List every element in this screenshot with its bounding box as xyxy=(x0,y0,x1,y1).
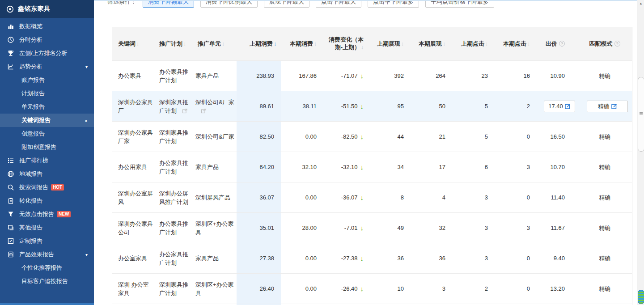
sort-icon-active[interactable]: ↓ xyxy=(274,41,276,47)
cell-cur-cost: 0.00 xyxy=(281,243,321,273)
sidebar-item-data-overview[interactable]: 数据概览 xyxy=(0,20,94,33)
scrollbar-grip-icon xyxy=(640,112,643,113)
table-row: 办公家具 办公家具推广计划 家具产品 238.93 167.86 -71.07↓… xyxy=(112,60,632,91)
scrollbar-thumb[interactable] xyxy=(638,77,644,152)
sidebar-item-label: 地域报告 xyxy=(19,170,42,178)
chevron-down-icon: ▾ xyxy=(85,64,88,69)
cell-bid: 11.40 xyxy=(534,182,577,212)
decrease-arrow-icon: ↓ xyxy=(360,163,364,171)
cell-unit: 家具产品 xyxy=(192,152,237,182)
column-header-cur-impressions[interactable]: 本期展现↓ xyxy=(408,27,450,60)
cell-cost-change: -7.01↓ xyxy=(321,213,368,243)
cell-bid: 9.40 xyxy=(534,243,577,273)
cell-cur-clicks: 3 xyxy=(492,213,534,243)
sidebar-item-unit-report[interactable]: 单元报告 xyxy=(0,100,94,114)
filter-bar: 筛选条件： 消费下降额最大 消费下降比例最大 展现下降最大 点击下降最大 点击率… xyxy=(107,0,494,8)
filter-button-impression-drop[interactable]: 展现下降最大 xyxy=(264,0,309,8)
match-mode-button[interactable]: 精确 xyxy=(587,101,628,112)
sidebar-item-label: 账户报告 xyxy=(21,76,45,84)
cell-match-mode: 精确 xyxy=(577,274,632,304)
sidebar-item-target-customer-retarget-report[interactable]: 目标客户追投报告 xyxy=(0,275,94,288)
column-header-cost-change[interactable]: 消费变化（本期-上期）↓ xyxy=(321,27,368,60)
sidebar-item-label: 搜索词报告 xyxy=(19,183,48,191)
column-header-unit[interactable]: 推广单元↓ xyxy=(192,27,237,60)
cell-plan: 深圳办公屏风推广计划 xyxy=(153,182,192,212)
cell-cur-cost: 0.00 xyxy=(281,182,321,212)
column-header-prev-impressions[interactable]: 上期展现↓ xyxy=(368,27,408,60)
sort-icon[interactable]: ↓ xyxy=(183,41,186,47)
decrease-arrow-icon: ↓ xyxy=(360,193,364,202)
sidebar-item-personalized-recommend-report[interactable]: 个性化推荐报告 xyxy=(0,261,94,275)
sidebar-item-label: 其他报告 xyxy=(19,224,42,232)
cell-cur-clicks: 2 xyxy=(492,91,534,121)
account-logo[interactable]: 鑫铭东家具 xyxy=(0,0,94,18)
sort-icon[interactable]: ↓ xyxy=(485,41,488,47)
scroll-indicator-widget[interactable] xyxy=(638,290,644,304)
decrease-arrow-icon: ↓ xyxy=(360,224,364,232)
sidebar-item-region-report[interactable]: 地域报告 xyxy=(0,167,94,181)
column-header-prev-clicks[interactable]: 上期点击↓ xyxy=(450,27,492,60)
filter-button-click-drop[interactable]: 点击下降最大 xyxy=(316,0,361,8)
sidebar-item-promotion-ranking[interactable]: 推广排行榜 xyxy=(0,154,94,167)
sidebar-item-account-report[interactable]: 账户报告 xyxy=(0,73,94,87)
cell-cost-change: -32.10↓ xyxy=(321,152,368,182)
sidebar-item-search-term-report[interactable]: 搜索词报告 HOT xyxy=(0,181,94,194)
sidebar-item-label: 无效点击报告 xyxy=(19,210,54,218)
open-plan-link-icon[interactable] xyxy=(182,108,187,114)
sort-icon[interactable]: ↓ xyxy=(314,41,317,47)
sort-icon[interactable]: ↓ xyxy=(401,41,404,47)
column-header-cur-clicks[interactable]: 本期点击↓ xyxy=(492,27,534,60)
column-header-plan[interactable]: 推广计划↓ xyxy=(153,27,192,60)
sidebar-item-keyword-report[interactable]: 关键词报告 ▸ xyxy=(0,114,94,127)
sidebar-item-invalid-click-report[interactable]: 无效点击报告 NEW xyxy=(0,208,94,221)
sidebar-item-hourly-analysis[interactable]: 分时分析 xyxy=(0,33,94,47)
bid-input[interactable]: 17.40 xyxy=(544,101,575,112)
sidebar-item-product-effect-report[interactable]: 产品效果报告 ▾ xyxy=(0,248,94,261)
decrease-arrow-icon: ↓ xyxy=(360,102,364,110)
table-row: 深圳办公家具厂家 深圳家具推广计划 深圳公司&厂家 82.50 0.00 -82… xyxy=(112,121,632,152)
filter-button-cost-drop-amount[interactable]: 消费下降额最大 xyxy=(143,0,194,8)
help-icon[interactable]: ? xyxy=(559,41,565,47)
clipboard-icon xyxy=(7,197,14,204)
cell-match-mode: 精确 xyxy=(577,243,632,273)
chevron-right-icon: ▸ xyxy=(85,118,88,123)
scrollbar-up-arrow[interactable]: ▲ xyxy=(637,1,644,6)
cell-unit: 深圳区+办公家具 xyxy=(192,213,237,243)
filter-button-ctr-drop[interactable]: 点击率下降最多 xyxy=(368,0,419,8)
cell-cur-clicks: 0 xyxy=(492,122,534,152)
column-header-keyword[interactable]: 关键词↓ xyxy=(112,27,153,60)
cell-plan: 办公家具推广计划 xyxy=(153,243,192,273)
sidebar-item-trend-analysis[interactable]: 趋势分析 ▾ xyxy=(0,60,94,73)
sidebar-item-plan-report[interactable]: 计划报告 xyxy=(0,87,94,100)
help-icon[interactable]: ? xyxy=(614,41,620,47)
sidebar-item-conversion-report[interactable]: 转化报告 xyxy=(0,194,94,208)
cell-unit: 深圳屏风产品 xyxy=(192,182,237,212)
sort-icon[interactable]: ↓ xyxy=(136,41,139,47)
cell-prev-impressions: 36 xyxy=(368,243,408,273)
content-left-gutter xyxy=(94,0,104,305)
sort-icon[interactable]: ↓ xyxy=(361,44,364,51)
sidebar-nav: 数据概览 分时分析 左侧/上方排名分析 趋势分析 ▾ 账户报告 计划报告 单元报… xyxy=(0,20,94,288)
sidebar-item-label: 转化报告 xyxy=(19,197,42,205)
open-unit-link-icon[interactable] xyxy=(201,108,206,114)
cell-prev-cost: 238.93 xyxy=(237,61,281,91)
sidebar-item-label: 创意报告 xyxy=(21,130,45,138)
cell-match-mode: 精确 xyxy=(577,91,632,121)
bar-chart-icon xyxy=(7,23,14,30)
sidebar-item-other-reports[interactable]: 其他报告 xyxy=(0,221,94,234)
sort-icon[interactable]: ↓ xyxy=(222,41,225,47)
sidebar-item-custom-report[interactable]: 定制报告 xyxy=(0,234,94,248)
column-header-cur-cost[interactable]: 本期消费↓ xyxy=(281,27,321,60)
sort-icon[interactable]: ↓ xyxy=(443,41,445,47)
sidebar-item-creative-report[interactable]: 创意报告 xyxy=(0,127,94,140)
sidebar-item-extra-creative-report[interactable]: 附加创意报告 xyxy=(0,140,94,154)
column-header-prev-cost[interactable]: 上期消费↓ xyxy=(237,27,281,60)
ranking-list-icon xyxy=(7,157,14,164)
filter-button-avg-cpc-drop[interactable]: 平均点击价格下降最多 xyxy=(425,0,494,8)
sort-icon[interactable]: ↓ xyxy=(527,41,530,47)
cell-plan: 办公家具推广计划 xyxy=(153,152,192,182)
cell-bid: 10.90 xyxy=(534,61,577,91)
filter-button-cost-drop-ratio[interactable]: 消费下降比例最大 xyxy=(200,0,258,8)
sidebar-item-rank-analysis[interactable]: 左侧/上方排名分析 xyxy=(0,47,94,60)
decrease-arrow-icon: ↓ xyxy=(360,284,364,293)
